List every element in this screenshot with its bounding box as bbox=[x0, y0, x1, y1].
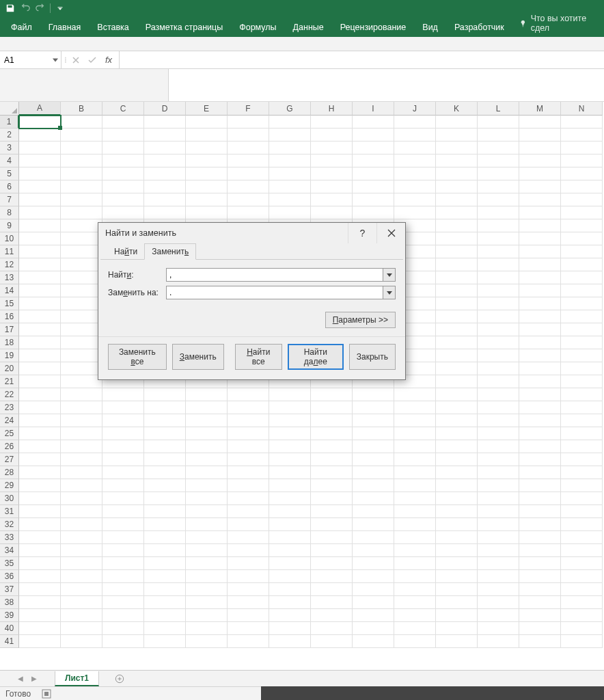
cell[interactable] bbox=[311, 583, 353, 596]
cell[interactable] bbox=[186, 479, 228, 492]
cell[interactable] bbox=[61, 635, 102, 648]
cell[interactable] bbox=[353, 129, 394, 142]
row-header[interactable]: 34 bbox=[0, 544, 19, 557]
cell[interactable] bbox=[269, 479, 311, 492]
cell[interactable] bbox=[269, 414, 311, 427]
row-header[interactable]: 5 bbox=[0, 167, 19, 180]
cell[interactable] bbox=[61, 258, 102, 271]
cell[interactable] bbox=[353, 116, 394, 129]
cell[interactable] bbox=[61, 375, 102, 388]
cell[interactable] bbox=[102, 479, 144, 492]
cell[interactable] bbox=[61, 245, 102, 258]
cell[interactable] bbox=[144, 609, 186, 622]
cell[interactable] bbox=[19, 232, 61, 245]
cell[interactable] bbox=[353, 622, 394, 635]
cell[interactable] bbox=[394, 129, 436, 142]
cell[interactable] bbox=[186, 570, 228, 583]
enter-formula-button[interactable] bbox=[85, 53, 100, 68]
cell[interactable] bbox=[228, 206, 269, 219]
cell[interactable] bbox=[519, 427, 561, 440]
cell[interactable] bbox=[561, 284, 603, 297]
cell[interactable] bbox=[144, 206, 186, 219]
row-header[interactable]: 25 bbox=[0, 427, 19, 440]
row-header[interactable]: 7 bbox=[0, 193, 19, 206]
cell[interactable] bbox=[186, 505, 228, 518]
cell[interactable] bbox=[311, 544, 353, 557]
cell[interactable] bbox=[228, 479, 269, 492]
cell[interactable] bbox=[519, 349, 561, 362]
row-header[interactable]: 39 bbox=[0, 609, 19, 622]
cell[interactable] bbox=[478, 142, 519, 154]
cell[interactable] bbox=[519, 167, 561, 180]
cell[interactable] bbox=[19, 414, 61, 427]
cell[interactable] bbox=[519, 635, 561, 648]
cell[interactable] bbox=[228, 154, 269, 167]
cell[interactable] bbox=[144, 518, 186, 531]
cell[interactable] bbox=[19, 336, 61, 349]
cell[interactable] bbox=[19, 388, 61, 401]
options-button[interactable]: Параметры >> bbox=[325, 312, 396, 328]
cell[interactable] bbox=[311, 401, 353, 414]
cell[interactable] bbox=[61, 219, 102, 232]
cell[interactable] bbox=[228, 518, 269, 531]
cell[interactable] bbox=[353, 557, 394, 570]
cell[interactable] bbox=[19, 570, 61, 583]
cell[interactable] bbox=[144, 427, 186, 440]
cell[interactable] bbox=[311, 154, 353, 167]
cell[interactable] bbox=[61, 271, 102, 284]
cell[interactable] bbox=[186, 440, 228, 453]
cell[interactable] bbox=[436, 609, 478, 622]
cell[interactable] bbox=[353, 440, 394, 453]
cell[interactable] bbox=[228, 609, 269, 622]
cell[interactable] bbox=[436, 336, 478, 349]
row-header[interactable]: 6 bbox=[0, 180, 19, 193]
cell[interactable] bbox=[478, 180, 519, 193]
cell[interactable] bbox=[19, 323, 61, 336]
cell[interactable] bbox=[478, 518, 519, 531]
cell[interactable] bbox=[394, 557, 436, 570]
cell[interactable] bbox=[311, 414, 353, 427]
cell[interactable] bbox=[228, 427, 269, 440]
cell[interactable] bbox=[561, 570, 603, 583]
cell[interactable] bbox=[478, 206, 519, 219]
cell[interactable] bbox=[519, 297, 561, 310]
cell[interactable] bbox=[478, 505, 519, 518]
cell[interactable] bbox=[519, 557, 561, 570]
cell[interactable] bbox=[519, 232, 561, 245]
row-header[interactable]: 26 bbox=[0, 440, 19, 453]
cell[interactable] bbox=[311, 142, 353, 154]
cell[interactable] bbox=[436, 193, 478, 206]
column-header[interactable]: C bbox=[102, 102, 144, 116]
cell[interactable] bbox=[353, 206, 394, 219]
cell[interactable] bbox=[519, 492, 561, 505]
cell[interactable] bbox=[19, 635, 61, 648]
cell[interactable] bbox=[394, 440, 436, 453]
cell[interactable] bbox=[19, 310, 61, 323]
cell[interactable] bbox=[353, 453, 394, 466]
cell[interactable] bbox=[102, 466, 144, 479]
cell[interactable] bbox=[269, 440, 311, 453]
cell[interactable] bbox=[269, 596, 311, 609]
cell[interactable] bbox=[394, 531, 436, 544]
cell[interactable] bbox=[478, 427, 519, 440]
cell[interactable] bbox=[353, 479, 394, 492]
cell[interactable] bbox=[228, 505, 269, 518]
cell[interactable] bbox=[478, 596, 519, 609]
cell[interactable] bbox=[186, 193, 228, 206]
cell[interactable] bbox=[102, 167, 144, 180]
cell[interactable] bbox=[144, 154, 186, 167]
cell[interactable] bbox=[436, 167, 478, 180]
sheet-nav[interactable]: ◀ ▶ bbox=[0, 675, 55, 682]
cell[interactable] bbox=[561, 466, 603, 479]
cell[interactable] bbox=[61, 479, 102, 492]
cell[interactable] bbox=[186, 544, 228, 557]
cell[interactable] bbox=[394, 142, 436, 154]
cell[interactable] bbox=[102, 505, 144, 518]
cell[interactable] bbox=[519, 609, 561, 622]
cell[interactable] bbox=[478, 245, 519, 258]
cell[interactable] bbox=[394, 401, 436, 414]
cell[interactable] bbox=[478, 453, 519, 466]
cell[interactable] bbox=[61, 570, 102, 583]
cell[interactable] bbox=[311, 129, 353, 142]
column-header[interactable]: J bbox=[394, 102, 436, 116]
